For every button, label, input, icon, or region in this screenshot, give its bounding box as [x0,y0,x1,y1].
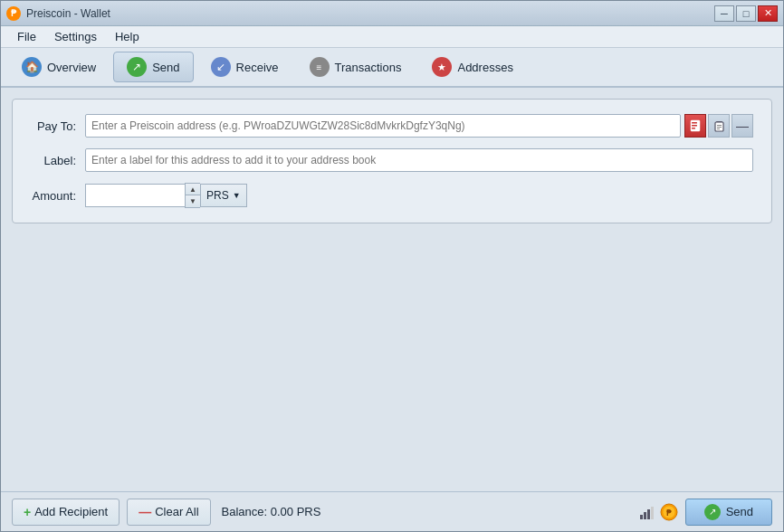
plus-icon: + [24,505,31,519]
main-content: Pay To: [1,88,783,491]
pay-to-row: Pay To: [31,114,753,138]
tab-overview[interactable]: 🏠 Overview [8,52,110,82]
amount-label: Amount: [31,189,85,203]
svg-text:₱: ₱ [666,508,672,518]
tab-receive[interactable]: ↙ Receive [197,52,292,82]
window-controls: ─ □ ✕ [714,5,778,22]
spinner-buttons: ▲ ▼ [185,183,200,208]
address-book-button[interactable] [684,114,706,138]
label-row: Label: [31,148,753,172]
window-title: Preiscoin - Wallet [26,7,714,20]
send-form-panel: Pay To: [12,99,772,223]
tab-transactions[interactable]: ≡ Transactions [296,52,416,82]
svg-rect-3 [692,128,695,129]
svg-rect-2 [692,125,697,127]
svg-rect-8 [717,128,720,129]
svg-rect-7 [717,127,722,128]
menu-settings[interactable]: Settings [45,28,106,45]
send-icon: ↗ [127,57,147,77]
pay-to-input[interactable] [85,114,681,138]
amount-decrease-button[interactable]: ▼ [186,195,200,207]
add-recipient-button[interactable]: + Add Recipient [12,499,120,526]
svg-rect-10 [644,512,646,519]
svg-rect-11 [647,509,650,519]
receive-icon: ↙ [211,57,231,77]
currency-dropdown[interactable]: PRS ▼ [200,184,247,207]
svg-rect-9 [640,515,643,519]
remove-button[interactable]: — [731,114,753,138]
minus-icon: — [139,505,151,519]
amount-section: ▲ ▼ PRS ▼ [85,183,247,208]
transactions-icon: ≡ [310,57,330,77]
addresses-icon: ★ [432,57,452,77]
minimize-button[interactable]: ─ [714,5,734,22]
paste-button[interactable] [708,114,730,138]
clear-all-button[interactable]: — Clear All [127,499,210,526]
send-button[interactable]: ↗ Send [685,499,772,526]
status-icons: ₱ [638,503,678,521]
menu-bar: File Settings Help [1,26,783,48]
app-icon: ₱ [6,6,21,21]
amount-spinner-wrap: ▲ ▼ [85,183,200,208]
dropdown-arrow-icon: ▼ [233,191,241,200]
svg-rect-1 [692,122,697,124]
amount-row: Amount: ▲ ▼ PRS ▼ [31,183,753,208]
address-icon-buttons: — [684,114,753,138]
menu-help[interactable]: Help [106,28,148,45]
svg-rect-6 [717,125,722,126]
title-bar: ₱ Preiscoin - Wallet ─ □ ✕ [1,1,783,26]
svg-rect-12 [651,507,654,519]
label-label: Label: [31,154,85,167]
balance-display: Balance: 0.00 PRS [222,505,321,518]
amount-increase-button[interactable]: ▲ [186,184,200,195]
tab-addresses[interactable]: ★ Addresses [418,52,526,82]
network-signal-icon [638,503,656,521]
menu-file[interactable]: File [8,28,45,45]
pay-to-label: Pay To: [31,119,85,133]
label-input[interactable] [85,148,753,172]
tab-send[interactable]: ↗ Send [113,52,193,82]
close-button[interactable]: ✕ [758,5,778,22]
amount-input[interactable] [85,184,185,207]
bottom-bar: + Add Recipient — Clear All Balance: 0.0… [1,491,783,531]
restore-button[interactable]: □ [736,5,756,22]
home-icon: 🏠 [22,57,42,77]
coin-icon: ₱ [660,503,678,521]
main-window: ₱ Preiscoin - Wallet ─ □ ✕ File Settings… [0,0,784,532]
currency-label: PRS [206,189,229,202]
toolbar: 🏠 Overview ↗ Send ↙ Receive ≡ Transactio… [1,48,783,88]
send-button-icon: ↗ [704,504,721,520]
